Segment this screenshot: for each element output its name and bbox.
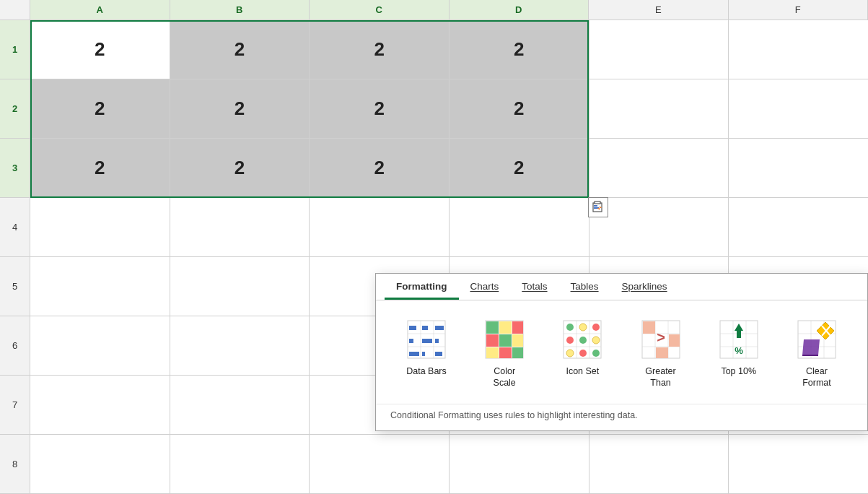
cell-E2[interactable] xyxy=(589,79,729,138)
svg-point-46 xyxy=(592,350,600,357)
svg-rect-54 xyxy=(656,347,668,358)
svg-rect-1 xyxy=(595,202,600,204)
cell-A6[interactable] xyxy=(30,316,170,375)
row-header-7[interactable]: 7 xyxy=(0,376,30,434)
cell-A5[interactable] xyxy=(30,257,170,316)
cell-E1[interactable] xyxy=(589,20,729,79)
svg-rect-24 xyxy=(486,321,499,334)
svg-rect-14 xyxy=(422,339,432,343)
top-10-icon: % xyxy=(719,319,759,360)
svg-rect-26 xyxy=(512,321,523,334)
cell-B4[interactable] xyxy=(170,198,310,256)
row-header-3[interactable]: 3 xyxy=(0,139,30,197)
row-header-5[interactable]: 5 xyxy=(0,257,30,316)
svg-rect-10 xyxy=(409,326,416,330)
top-10-label: Top 10% xyxy=(721,365,756,377)
format-item-icon-set[interactable]: Icon Set xyxy=(546,312,618,383)
svg-rect-11 xyxy=(422,326,428,330)
svg-point-42 xyxy=(579,337,587,344)
format-item-top-10[interactable]: % Top 10% xyxy=(703,312,775,383)
tab-totals[interactable]: Totals xyxy=(510,274,558,300)
cell-D8[interactable] xyxy=(450,435,589,493)
format-item-data-bars[interactable]: Data Bars xyxy=(390,312,463,383)
cell-A8[interactable] xyxy=(30,435,170,493)
row-1: 1 2 2 2 2 xyxy=(0,20,868,79)
col-header-D[interactable]: D xyxy=(450,0,589,20)
quick-analysis-icon xyxy=(592,201,605,214)
cell-E8[interactable] xyxy=(589,435,729,493)
cell-C4[interactable] xyxy=(310,198,450,256)
cell-A3[interactable]: 2 xyxy=(30,139,170,197)
cell-F8[interactable] xyxy=(729,435,868,493)
row-header-8[interactable]: 8 xyxy=(0,435,30,493)
cell-D3[interactable]: 2 xyxy=(450,139,589,197)
cell-F3[interactable] xyxy=(729,139,868,197)
format-item-clear-format[interactable]: ClearFormat xyxy=(781,312,853,395)
cell-F1[interactable] xyxy=(729,20,868,79)
cell-B3[interactable]: 2 xyxy=(170,139,310,197)
svg-text:>: > xyxy=(657,329,665,345)
data-bars-icon-box xyxy=(405,318,448,361)
cell-A4[interactable] xyxy=(30,198,170,256)
col-header-F[interactable]: F xyxy=(729,0,869,20)
svg-rect-18 xyxy=(435,352,442,356)
svg-rect-2 xyxy=(594,205,597,207)
svg-point-40 xyxy=(592,324,600,331)
cell-C1[interactable]: 2 xyxy=(310,20,450,79)
format-item-color-scale[interactable]: ColorScale xyxy=(468,312,540,395)
svg-rect-17 xyxy=(422,352,425,356)
tabs-row: Formatting Charts Totals Tables Sparklin… xyxy=(376,274,867,300)
cell-A7[interactable] xyxy=(30,376,170,434)
row-header-6[interactable]: 6 xyxy=(0,316,30,375)
svg-point-43 xyxy=(592,337,600,344)
cell-B5[interactable] xyxy=(170,257,310,316)
cell-C3[interactable]: 2 xyxy=(310,139,450,197)
col-header-E[interactable]: E xyxy=(589,0,729,20)
cell-D2[interactable]: 2 xyxy=(450,79,589,138)
svg-point-38 xyxy=(566,324,574,331)
cell-F4[interactable] xyxy=(729,198,868,256)
greater-than-label: GreaterThan xyxy=(645,365,675,389)
svg-rect-13 xyxy=(409,339,413,343)
cell-F2[interactable] xyxy=(729,79,868,138)
cell-B8[interactable] xyxy=(170,435,310,493)
cell-B2[interactable]: 2 xyxy=(170,79,310,138)
svg-point-41 xyxy=(566,337,574,344)
format-item-greater-than[interactable]: > GreaterThan xyxy=(625,312,697,395)
tab-charts[interactable]: Charts xyxy=(459,274,511,300)
tab-tables[interactable]: Tables xyxy=(559,274,610,300)
row-2: 2 2 2 2 2 xyxy=(0,79,868,139)
cell-B6[interactable] xyxy=(170,316,310,375)
svg-point-39 xyxy=(579,324,587,331)
cell-E4[interactable] xyxy=(589,198,729,256)
cell-B1[interactable]: 2 xyxy=(170,20,310,79)
cell-D1[interactable]: 2 xyxy=(450,20,589,79)
svg-marker-72 xyxy=(802,339,820,355)
svg-rect-29 xyxy=(512,334,523,347)
cell-D4[interactable] xyxy=(450,198,589,256)
cell-C8[interactable] xyxy=(310,435,450,493)
cell-A1[interactable]: 2 xyxy=(30,20,170,79)
cell-B7[interactable] xyxy=(170,376,310,434)
svg-rect-12 xyxy=(435,326,444,330)
cell-E3[interactable] xyxy=(589,139,729,197)
svg-rect-52 xyxy=(643,321,655,334)
quick-analysis-button[interactable] xyxy=(588,197,608,217)
data-bars-icon xyxy=(406,319,447,360)
greater-than-icon-box: > xyxy=(639,318,683,361)
col-header-C[interactable]: C xyxy=(310,0,450,20)
row-header-4[interactable]: 4 xyxy=(0,198,30,256)
cell-C2[interactable]: 2 xyxy=(310,79,450,138)
cell-A2[interactable]: 2 xyxy=(30,79,170,138)
row-header-2[interactable]: 2 xyxy=(0,79,30,138)
clear-format-icon xyxy=(797,319,837,360)
svg-text:%: % xyxy=(735,345,743,356)
svg-rect-31 xyxy=(499,347,512,358)
svg-point-45 xyxy=(579,350,587,357)
tab-formatting[interactable]: Formatting xyxy=(385,274,459,300)
col-header-B[interactable]: B xyxy=(170,0,310,20)
row-header-1[interactable]: 1 xyxy=(0,20,30,79)
col-headers: A B C D E F xyxy=(0,0,868,20)
tab-sparklines[interactable]: Sparklines xyxy=(610,274,679,300)
col-header-A[interactable]: A xyxy=(30,0,170,20)
